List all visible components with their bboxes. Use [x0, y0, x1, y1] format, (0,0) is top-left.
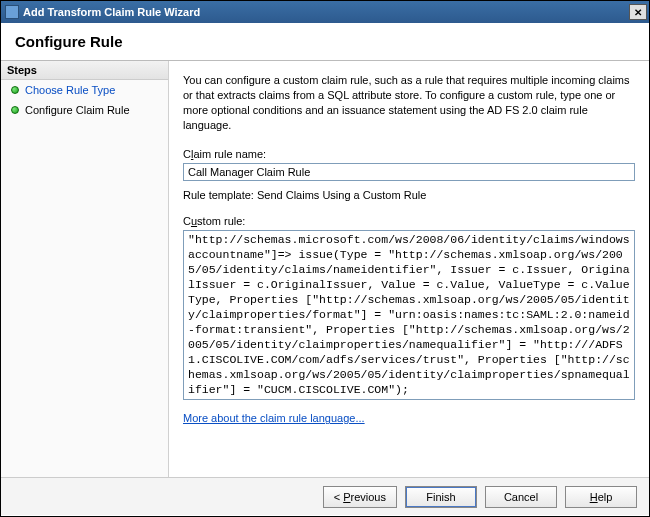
finish-button[interactable]: Finish — [405, 486, 477, 508]
steps-header: Steps — [1, 61, 168, 80]
app-icon — [5, 5, 19, 19]
button-bar: < Previous Finish Cancel Help — [1, 477, 649, 515]
content-panel: You can configure a custom claim rule, s… — [169, 61, 649, 477]
custom-rule-label: Custom rule: — [183, 215, 635, 227]
step-bullet-icon — [11, 86, 19, 94]
previous-button[interactable]: < Previous — [323, 486, 397, 508]
step-label: Configure Claim Rule — [25, 104, 130, 116]
help-button[interactable]: Help — [565, 486, 637, 508]
window-title: Add Transform Claim Rule Wizard — [23, 6, 629, 18]
description-text: You can configure a custom claim rule, s… — [183, 73, 635, 132]
step-label[interactable]: Choose Rule Type — [25, 84, 115, 96]
step-configure-claim-rule[interactable]: Configure Claim Rule — [1, 100, 168, 120]
close-button[interactable]: ✕ — [629, 4, 647, 20]
rule-template-label: Rule template: Send Claims Using a Custo… — [183, 189, 635, 201]
wizard-header: Configure Rule — [1, 23, 649, 61]
more-about-link[interactable]: More about the claim rule language... — [183, 412, 635, 424]
step-bullet-icon — [11, 106, 19, 114]
wizard-body: Steps Choose Rule Type Configure Claim R… — [1, 61, 649, 477]
steps-panel: Steps Choose Rule Type Configure Claim R… — [1, 61, 169, 477]
claim-rule-name-input[interactable] — [183, 163, 635, 181]
page-title: Configure Rule — [15, 33, 635, 50]
custom-rule-textarea[interactable]: "http://schemas.microsoft.com/ws/2008/06… — [183, 230, 635, 400]
window-titlebar: Add Transform Claim Rule Wizard ✕ — [1, 1, 649, 23]
step-choose-rule-type[interactable]: Choose Rule Type — [1, 80, 168, 100]
cancel-button[interactable]: Cancel — [485, 486, 557, 508]
claim-rule-name-label: Claim rule name: — [183, 148, 635, 160]
